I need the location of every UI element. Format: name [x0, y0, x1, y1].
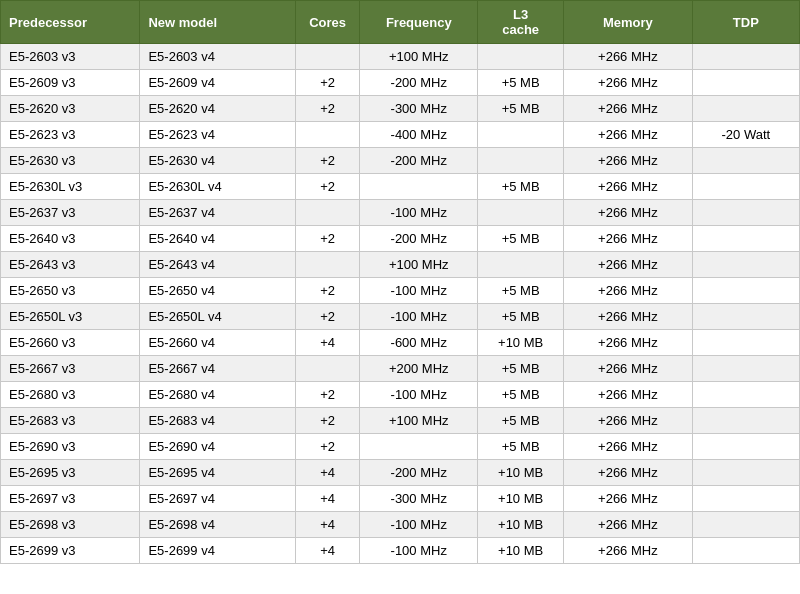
- cell-l3cache: +10 MB: [478, 486, 564, 512]
- table-row: E5-2650L v3E5-2650L v4+2-100 MHz+5 MB+26…: [1, 304, 800, 330]
- cell-memory: +266 MHz: [564, 512, 693, 538]
- cell-memory: +266 MHz: [564, 122, 693, 148]
- cell-predecessor: E5-2603 v3: [1, 44, 140, 70]
- cell-newmodel: E5-2698 v4: [140, 512, 296, 538]
- cell-memory: +266 MHz: [564, 460, 693, 486]
- cell-tdp: [692, 330, 799, 356]
- cell-l3cache: +5 MB: [478, 96, 564, 122]
- cell-frequency: -100 MHz: [360, 512, 478, 538]
- cell-frequency: +100 MHz: [360, 408, 478, 434]
- cell-predecessor: E5-2630 v3: [1, 148, 140, 174]
- cell-tdp: [692, 512, 799, 538]
- cell-memory: +266 MHz: [564, 356, 693, 382]
- table-row: E5-2603 v3E5-2603 v4+100 MHz+266 MHz: [1, 44, 800, 70]
- table-row: E5-2690 v3E5-2690 v4+2+5 MB+266 MHz: [1, 434, 800, 460]
- cell-cores: [295, 200, 359, 226]
- cell-newmodel: E5-2650 v4: [140, 278, 296, 304]
- cell-l3cache: +5 MB: [478, 356, 564, 382]
- cell-l3cache: +5 MB: [478, 382, 564, 408]
- cell-cores: [295, 356, 359, 382]
- cell-newmodel: E5-2630 v4: [140, 148, 296, 174]
- cell-newmodel: E5-2697 v4: [140, 486, 296, 512]
- cell-memory: +266 MHz: [564, 96, 693, 122]
- cell-frequency: [360, 174, 478, 200]
- cell-frequency: +100 MHz: [360, 252, 478, 278]
- cell-tdp: [692, 200, 799, 226]
- cell-newmodel: E5-2620 v4: [140, 96, 296, 122]
- cell-l3cache: +10 MB: [478, 330, 564, 356]
- cell-l3cache: +5 MB: [478, 278, 564, 304]
- cell-tdp: [692, 382, 799, 408]
- cell-l3cache: [478, 200, 564, 226]
- column-header-frequency: Frequency: [360, 1, 478, 44]
- table-row: E5-2620 v3E5-2620 v4+2-300 MHz+5 MB+266 …: [1, 96, 800, 122]
- table-row: E5-2609 v3E5-2609 v4+2-200 MHz+5 MB+266 …: [1, 70, 800, 96]
- cell-frequency: -300 MHz: [360, 96, 478, 122]
- cell-predecessor: E5-2683 v3: [1, 408, 140, 434]
- column-header-cores: Cores: [295, 1, 359, 44]
- cell-newmodel: E5-2690 v4: [140, 434, 296, 460]
- cell-cores: +4: [295, 486, 359, 512]
- cell-memory: +266 MHz: [564, 304, 693, 330]
- cell-tdp: [692, 174, 799, 200]
- table-row: E5-2630 v3E5-2630 v4+2-200 MHz+266 MHz: [1, 148, 800, 174]
- cell-cores: +4: [295, 512, 359, 538]
- cell-newmodel: E5-2603 v4: [140, 44, 296, 70]
- cell-tdp: [692, 304, 799, 330]
- table-row: E5-2697 v3E5-2697 v4+4-300 MHz+10 MB+266…: [1, 486, 800, 512]
- cell-predecessor: E5-2630L v3: [1, 174, 140, 200]
- cell-memory: +266 MHz: [564, 278, 693, 304]
- cell-frequency: -600 MHz: [360, 330, 478, 356]
- cell-frequency: +200 MHz: [360, 356, 478, 382]
- cell-memory: +266 MHz: [564, 174, 693, 200]
- cell-memory: +266 MHz: [564, 382, 693, 408]
- cell-newmodel: E5-2680 v4: [140, 382, 296, 408]
- cell-memory: +266 MHz: [564, 408, 693, 434]
- cell-predecessor: E5-2667 v3: [1, 356, 140, 382]
- comparison-table: PredecessorNew modelCoresFrequencyL3cach…: [0, 0, 800, 564]
- cell-l3cache: +5 MB: [478, 434, 564, 460]
- cell-tdp: [692, 226, 799, 252]
- cell-newmodel: E5-2695 v4: [140, 460, 296, 486]
- cell-tdp: [692, 70, 799, 96]
- cell-memory: +266 MHz: [564, 330, 693, 356]
- cell-memory: +266 MHz: [564, 226, 693, 252]
- cell-cores: +4: [295, 330, 359, 356]
- table-row: E5-2667 v3E5-2667 v4+200 MHz+5 MB+266 MH…: [1, 356, 800, 382]
- cell-memory: +266 MHz: [564, 200, 693, 226]
- cell-cores: +2: [295, 226, 359, 252]
- cell-predecessor: E5-2650 v3: [1, 278, 140, 304]
- cell-frequency: -200 MHz: [360, 226, 478, 252]
- cell-predecessor: E5-2698 v3: [1, 512, 140, 538]
- cell-cores: +4: [295, 538, 359, 564]
- cell-memory: +266 MHz: [564, 486, 693, 512]
- cell-l3cache: +5 MB: [478, 304, 564, 330]
- cell-frequency: -100 MHz: [360, 304, 478, 330]
- cell-frequency: +100 MHz: [360, 44, 478, 70]
- cell-cores: [295, 44, 359, 70]
- cell-frequency: -200 MHz: [360, 148, 478, 174]
- cell-predecessor: E5-2640 v3: [1, 226, 140, 252]
- cell-tdp: [692, 252, 799, 278]
- cell-predecessor: E5-2623 v3: [1, 122, 140, 148]
- cell-tdp: [692, 44, 799, 70]
- cell-cores: +2: [295, 70, 359, 96]
- cell-l3cache: +10 MB: [478, 460, 564, 486]
- cell-tdp: [692, 486, 799, 512]
- table-row: E5-2695 v3E5-2695 v4+4-200 MHz+10 MB+266…: [1, 460, 800, 486]
- cell-l3cache: +10 MB: [478, 538, 564, 564]
- cell-predecessor: E5-2609 v3: [1, 70, 140, 96]
- cell-tdp: [692, 148, 799, 174]
- cell-l3cache: +5 MB: [478, 174, 564, 200]
- column-header-tdp: TDP: [692, 1, 799, 44]
- cell-newmodel: E5-2640 v4: [140, 226, 296, 252]
- cell-tdp: [692, 408, 799, 434]
- table-row: E5-2660 v3E5-2660 v4+4-600 MHz+10 MB+266…: [1, 330, 800, 356]
- cell-l3cache: +10 MB: [478, 512, 564, 538]
- cell-memory: +266 MHz: [564, 70, 693, 96]
- column-header-predecessor: Predecessor: [1, 1, 140, 44]
- cell-newmodel: E5-2630L v4: [140, 174, 296, 200]
- cell-memory: +266 MHz: [564, 44, 693, 70]
- cell-predecessor: E5-2643 v3: [1, 252, 140, 278]
- cell-tdp: [692, 538, 799, 564]
